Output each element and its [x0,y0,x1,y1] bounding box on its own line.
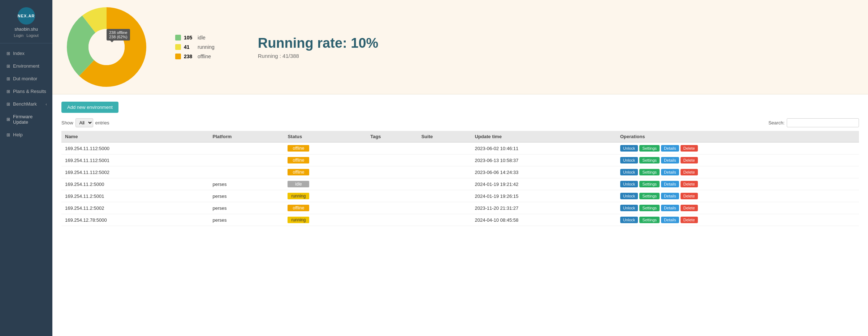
unlock-button[interactable]: Unlock [620,205,638,211]
chart-tooltip: 238 offline 238 (62%) [107,29,130,41]
sidebar-item-environment[interactable]: ⊞ Environment [0,60,52,72]
cell-platform: perses [209,202,284,214]
unlock-button[interactable]: Unlock [620,217,638,223]
sidebar-item-plans-results[interactable]: ⊞ Plans & Results [0,85,52,98]
settings-button[interactable]: Settings [639,157,660,163]
cell-platform [209,166,284,178]
delete-button[interactable]: Delete [681,181,698,187]
benchmark-collapse-icon: ‹ [46,102,47,106]
details-button[interactable]: Details [661,217,679,223]
tooltip-line2: 238 (62%) [109,35,128,39]
cell-name: 169.254.12.78:5000 [61,214,209,226]
main-content: 238 offline 238 (62%) 105 idle 41 runnin… [52,0,868,336]
col-status: Status [284,131,367,143]
delete-button[interactable]: Delete [681,157,698,163]
donut-chart-container: 238 offline 238 (62%) [67,7,146,87]
sidebar-item-help[interactable]: ⊞ Help [0,128,52,141]
cell-update-time: 2023-06-06 14:24:33 [471,166,616,178]
settings-button[interactable]: Settings [639,193,660,199]
col-tags: Tags [367,131,418,143]
delete-button[interactable]: Delete [681,217,698,223]
cell-operations: Unlock Settings Details Delete [617,143,859,154]
sidebar-nav: ⊞ Index ⊞ Environment ⊞ Dut monitor ⊞ Pl… [0,47,52,141]
unlock-button[interactable]: Unlock [620,181,638,187]
running-rate-sub: Running : 41/388 [258,53,379,59]
details-button[interactable]: Details [661,181,679,187]
cell-operations: Unlock Settings Details Delete [617,190,859,202]
legend-idle: 105 idle [175,35,215,41]
login-link[interactable]: Login [14,33,23,38]
cell-tags [367,202,418,214]
details-button[interactable]: Details [661,193,679,199]
table-row: 169.254.11.112:5001 offline 2023-06-13 1… [61,154,859,166]
cell-name: 169.254.11.112:5000 [61,143,209,154]
cell-operations: Unlock Settings Details Delete [617,202,859,214]
offline-color-dot [175,54,181,59]
cell-tags [367,154,418,166]
running-rate-section: Running rate: 10% Running : 41/388 [258,35,379,59]
stats-section: 238 offline 238 (62%) 105 idle 41 runnin… [52,0,868,94]
unlock-button[interactable]: Unlock [620,157,638,163]
firmware-update-icon: ⊞ [7,117,10,122]
table-row: 169.254.11.2:5000 perses idle 2024-01-19… [61,178,859,190]
col-platform: Platform [209,131,284,143]
legend-running: 41 running [175,44,215,50]
running-rate-title: Running rate: 10% [258,35,379,51]
settings-button[interactable]: Settings [639,181,660,187]
idle-color-dot [175,35,181,41]
cell-platform [209,154,284,166]
unlock-button[interactable]: Unlock [620,145,638,152]
cell-update-time: 2024-01-19 19:21:42 [471,178,616,190]
details-button[interactable]: Details [661,169,679,175]
settings-button[interactable]: Settings [639,217,660,223]
cell-suite [418,178,471,190]
settings-button[interactable]: Settings [639,145,660,152]
search-input[interactable] [787,118,859,127]
environment-icon: ⊞ [7,64,10,69]
tooltip-line1: 238 offline [109,30,128,35]
sidebar: NEX.AR shaobin.shu Login Logout ⊞ Index … [0,0,52,336]
cell-suite [418,166,471,178]
cell-tags [367,190,418,202]
logout-link[interactable]: Logout [26,33,39,38]
delete-button[interactable]: Delete [681,145,698,152]
help-icon: ⊞ [7,132,10,137]
settings-button[interactable]: Settings [639,169,660,175]
col-name: Name [61,131,209,143]
cell-tags [367,214,418,226]
sidebar-item-index[interactable]: ⊞ Index [0,47,52,60]
entries-select[interactable]: All 10 25 50 [75,118,93,127]
cell-operations: Unlock Settings Details Delete [617,214,859,226]
cell-suite [418,202,471,214]
table-header: Name Platform Status Tags Suite Update t… [61,131,859,143]
details-button[interactable]: Details [661,157,679,163]
cell-operations: Unlock Settings Details Delete [617,166,859,178]
cell-name: 169.254.11.2:5001 [61,190,209,202]
dut-monitor-icon: ⊞ [7,76,10,81]
cell-status: offline [284,202,367,214]
delete-button[interactable]: Delete [681,193,698,199]
cell-platform [209,143,284,154]
details-button[interactable]: Details [661,205,679,211]
cell-status: running [284,214,367,226]
logo-icon: NEX.AR [18,7,35,25]
delete-button[interactable]: Delete [681,169,698,175]
cell-status: running [284,190,367,202]
col-suite: Suite [418,131,471,143]
sidebar-item-dut-monitor[interactable]: ⊞ Dut monitor [0,72,52,85]
username-label: shaobin.shu [14,27,38,32]
table-row: 169.254.12.78:5000 perses running 2024-0… [61,214,859,226]
settings-button[interactable]: Settings [639,205,660,211]
details-button[interactable]: Details [661,145,679,152]
cell-platform: perses [209,178,284,190]
sidebar-item-benchmark[interactable]: ⊞ BenchMark ‹ [0,98,52,110]
chart-legend: 105 idle 41 running 238 offline [175,35,215,59]
unlock-button[interactable]: Unlock [620,193,638,199]
table-row: 169.254.11.2:5001 perses running 2024-01… [61,190,859,202]
sidebar-item-firmware-update[interactable]: ⊞ Firmware Update [0,110,52,128]
add-environment-button[interactable]: Add new environment [61,102,118,113]
unlock-button[interactable]: Unlock [620,169,638,175]
cell-suite [418,143,471,154]
cell-suite [418,154,471,166]
delete-button[interactable]: Delete [681,205,698,211]
